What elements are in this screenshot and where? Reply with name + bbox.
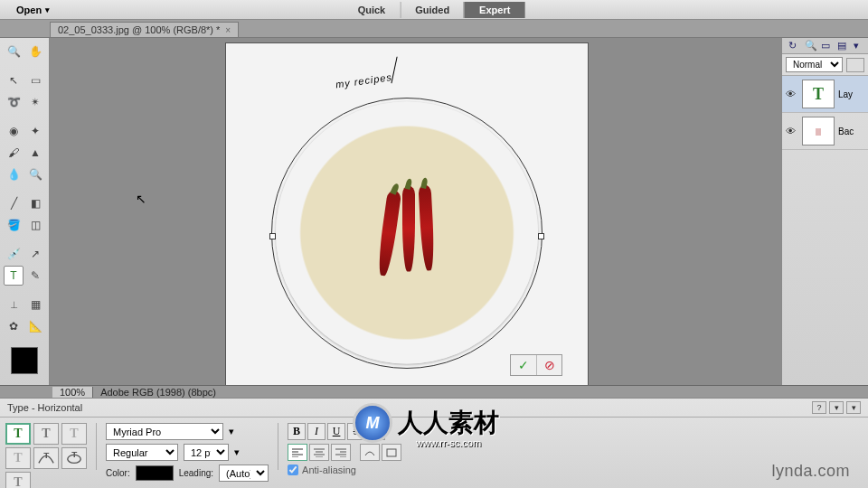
strike-button[interactable]: S bbox=[347, 423, 365, 440]
type-mask-h-icon[interactable]: T bbox=[61, 423, 87, 445]
options-collapse-icon[interactable]: ▾ bbox=[846, 401, 861, 414]
text-color-swatch[interactable] bbox=[136, 465, 174, 481]
paint-tool-icon[interactable]: ╱ bbox=[4, 193, 24, 213]
quickselect-tool-icon[interactable]: ✴ bbox=[25, 92, 45, 112]
status-bar: 100% Adobe RGB (1998) (8bpc) bbox=[0, 385, 868, 398]
warp-text-icon[interactable] bbox=[360, 444, 380, 461]
bucket-tool-icon[interactable]: 🪣 bbox=[4, 215, 24, 235]
help-icon[interactable]: ? bbox=[812, 401, 826, 414]
zoom-level[interactable]: 100% bbox=[52, 387, 93, 398]
type-on-shape-icon[interactable]: T bbox=[61, 447, 87, 469]
main-area: 🔍✋ ↖▭ ➰✴ ◉✦ 🖌▲ 💧🔍 ╱◧ 🪣◫ 💉↗ T✎ ⟂▦ ✿📐 my r… bbox=[0, 38, 868, 393]
top-menu-bar: Open Quick Guided Expert bbox=[0, 0, 868, 20]
anti-alias-checkbox[interactable] bbox=[288, 465, 298, 475]
horizontal-type-icon[interactable]: T bbox=[5, 423, 31, 445]
mode-quick[interactable]: Quick bbox=[344, 2, 401, 18]
type-selection-icon[interactable]: T bbox=[5, 472, 31, 488]
visibility-eye-icon[interactable]: 👁 bbox=[786, 89, 798, 99]
blend-mode-row: Normal bbox=[782, 54, 868, 76]
confirm-bar: ✓ ⊘ bbox=[510, 354, 562, 376]
sponge-tool-icon[interactable]: 🔍 bbox=[25, 164, 45, 184]
layer-row[interactable]: 👁 T Lay bbox=[782, 76, 868, 113]
pencil-tool-icon[interactable]: ✎ bbox=[25, 266, 45, 286]
close-tab-icon[interactable]: × bbox=[225, 25, 231, 35]
font-size-select[interactable]: 12 pt bbox=[184, 444, 229, 461]
lynda-watermark: lynda.com bbox=[771, 462, 850, 481]
layer-row[interactable]: 👁 ||| Bac bbox=[782, 113, 868, 150]
options-title: Type - Horizontal bbox=[7, 402, 82, 413]
brush-tool-icon[interactable]: 🖌 bbox=[4, 143, 24, 163]
document-canvas[interactable]: my recipes ✓ ⊘ bbox=[226, 43, 588, 393]
mode-expert[interactable]: Expert bbox=[464, 2, 524, 18]
panel-icon[interactable]: ▤ bbox=[837, 40, 848, 51]
blend-mode-select[interactable]: Normal bbox=[786, 57, 843, 72]
clone-tool-icon[interactable]: ▲ bbox=[25, 143, 45, 163]
cancel-icon[interactable]: ⊘ bbox=[536, 355, 561, 375]
layer-name: Bac bbox=[838, 127, 854, 136]
text-path-ring[interactable] bbox=[271, 98, 542, 369]
options-title-row: Type - Horizontal ? ▾ ▾ bbox=[0, 399, 868, 418]
italic-button[interactable]: I bbox=[307, 423, 326, 440]
move-tool-icon[interactable]: ↖ bbox=[4, 70, 24, 90]
text-options-icon[interactable] bbox=[382, 444, 401, 461]
font-arrow-icon[interactable]: ▾ bbox=[229, 426, 234, 437]
layer-thumb[interactable]: T bbox=[802, 80, 835, 108]
vertical-type-icon[interactable]: T bbox=[33, 423, 59, 445]
eyedropper-tool-icon[interactable]: 💉 bbox=[4, 244, 24, 264]
mode-guided[interactable]: Guided bbox=[400, 2, 464, 18]
eraser-tool-icon[interactable]: ◧ bbox=[25, 193, 45, 213]
marquee-tool-icon[interactable]: ▭ bbox=[25, 70, 45, 90]
type-on-path-icon[interactable]: T bbox=[33, 447, 59, 469]
type-mask-v-icon[interactable]: T bbox=[5, 447, 31, 469]
visibility-eye-icon[interactable]: 👁 bbox=[786, 126, 798, 136]
underline-button[interactable]: U bbox=[327, 423, 345, 440]
redeye-tool-icon[interactable]: ◉ bbox=[4, 121, 24, 141]
options-menu-icon[interactable]: ▾ bbox=[829, 401, 844, 414]
svg-rect-3 bbox=[387, 449, 396, 456]
document-tab-label: 02_05_0333.jpg @ 100% (RGB/8*) * bbox=[58, 24, 220, 35]
style-align-controls: B I U S Anti-aliasing bbox=[288, 423, 401, 475]
open-label: Open bbox=[16, 5, 42, 15]
panel-icon[interactable]: 🔍 bbox=[805, 40, 816, 51]
crop-tool-icon[interactable]: ⟂ bbox=[4, 295, 24, 314]
type-tool-icon[interactable]: T bbox=[4, 266, 24, 286]
open-menu[interactable]: Open bbox=[0, 5, 66, 15]
straighten-tool-icon[interactable]: 📐 bbox=[25, 316, 45, 336]
color-swatch[interactable] bbox=[11, 347, 38, 374]
spot-heal-tool-icon[interactable]: ✦ bbox=[25, 121, 45, 141]
hand-tool-icon[interactable]: ✋ bbox=[25, 42, 45, 61]
svg-text:T: T bbox=[71, 451, 77, 459]
gradient-tool-icon[interactable]: ◫ bbox=[25, 215, 45, 235]
align-center-icon[interactable] bbox=[309, 444, 329, 461]
leading-select[interactable]: (Auto) bbox=[219, 465, 269, 482]
layer-name: Lay bbox=[838, 89, 853, 99]
layer-thumb[interactable]: ||| bbox=[802, 117, 835, 145]
blur-tool-icon[interactable]: 💧 bbox=[4, 164, 24, 184]
zoom-tool-icon[interactable]: 🔍 bbox=[4, 42, 24, 61]
commit-icon[interactable]: ✓ bbox=[511, 355, 536, 375]
bold-button[interactable]: B bbox=[288, 423, 306, 440]
shape-tool-icon[interactable]: ↗ bbox=[25, 244, 45, 264]
cookie-tool-icon[interactable]: ✿ bbox=[4, 316, 24, 336]
mouse-cursor-icon: ↖ bbox=[136, 192, 146, 206]
anti-alias-label: Anti-aliasing bbox=[302, 465, 356, 475]
font-controls: Myriad Pro ▾ Regular 12 pt ▾ Color: Lead… bbox=[106, 423, 269, 482]
font-weight-select[interactable]: Regular bbox=[106, 444, 178, 461]
document-tab[interactable]: 02_05_0333.jpg @ 100% (RGB/8*) * × bbox=[50, 22, 239, 37]
panel-icon[interactable]: ▾ bbox=[854, 40, 864, 51]
recompose-tool-icon[interactable]: ▦ bbox=[25, 295, 45, 314]
path-text-value: my recipes bbox=[335, 71, 392, 90]
align-right-icon[interactable] bbox=[331, 444, 351, 461]
lasso-tool-icon[interactable]: ➰ bbox=[4, 92, 24, 112]
color-label: Color: bbox=[106, 468, 130, 478]
panel-icon[interactable]: ▭ bbox=[821, 40, 832, 51]
text-orientation-grid: T T T T T T T bbox=[5, 423, 87, 488]
font-family-select[interactable]: Myriad Pro bbox=[106, 423, 223, 440]
text-cursor bbox=[392, 57, 398, 84]
canvas-viewport[interactable]: my recipes ✓ ⊘ ↖ bbox=[50, 38, 781, 393]
size-arrow-icon[interactable]: ▾ bbox=[234, 446, 240, 458]
panel-icon[interactable]: ↻ bbox=[788, 40, 799, 51]
align-left-icon[interactable] bbox=[288, 444, 307, 461]
leading-label: Leading: bbox=[179, 468, 213, 478]
path-text[interactable]: my recipes bbox=[333, 55, 397, 94]
